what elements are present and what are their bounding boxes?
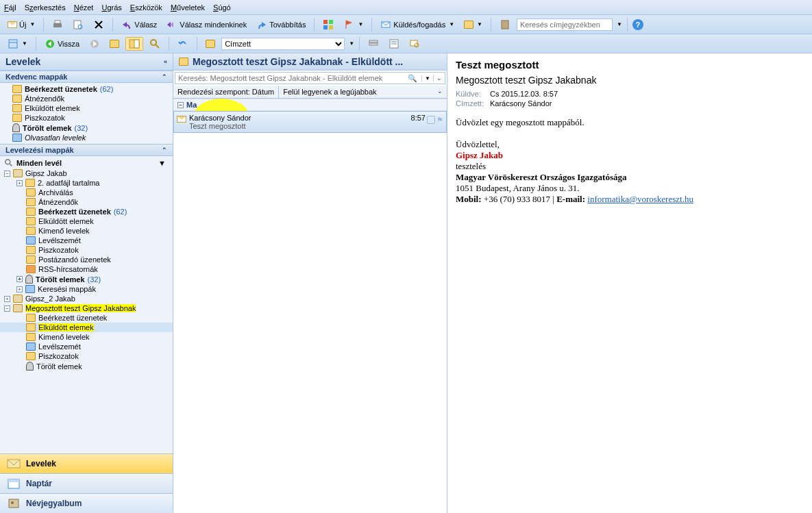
tree-archive[interactable]: Archiválás — [0, 188, 173, 197]
help-icon[interactable]: ? — [632, 19, 643, 30]
folder-title: Megosztott teszt Gipsz Jakabnak - Elküld… — [173, 53, 447, 71]
sort-by[interactable]: Rendezési szempont: Dátum — [173, 86, 279, 98]
print-preview-button[interactable] — [69, 18, 87, 32]
menu-actions[interactable]: Műveletek — [171, 3, 205, 12]
svg-rect-7 — [329, 25, 333, 29]
main-toolbar: Új▼ Válasz Válasz mindenkinek Továbbítás… — [0, 15, 812, 34]
flag-icon[interactable]: ⚑ — [436, 116, 443, 125]
tree-datafile[interactable]: +2. adatfájl tartalma — [0, 178, 173, 188]
mailfolders-header[interactable]: Levelezési mappák⌃ — [0, 144, 173, 156]
followup-button[interactable]: ▼ — [340, 18, 367, 32]
addressbook-search-input[interactable] — [517, 18, 613, 31]
forward-nav-button[interactable] — [86, 37, 103, 51]
fav-deleted[interactable]: Törölt elemek (32) — [0, 123, 173, 133]
tree-inbox[interactable]: Beérkezett üzenetek (62) — [0, 207, 173, 216]
nav-mail[interactable]: Levelek — [0, 453, 173, 473]
folder-search-input[interactable] — [175, 73, 405, 84]
menu-bar: Fájl Szerkesztés Nézet Ugrás Eszközök Mű… — [0, 0, 812, 15]
svg-rect-6 — [323, 25, 328, 29]
svg-rect-15 — [134, 40, 139, 48]
shared-junk[interactable]: Levélszemét — [0, 342, 173, 351]
shared-deleted[interactable]: Törölt elemek — [0, 361, 173, 371]
new-button[interactable]: Új▼ — [4, 19, 38, 30]
collapse-icon[interactable]: « — [164, 58, 167, 65]
views-button[interactable]: ▼ — [4, 37, 31, 51]
fav-review[interactable]: Átnézendők — [0, 94, 173, 103]
favorites-header[interactable]: Kedvenc mappák⌃ — [0, 71, 173, 83]
menu-tools[interactable]: Eszközök — [130, 3, 162, 12]
tree-deleted[interactable]: +Törölt elemek (32) — [0, 274, 173, 284]
message-row[interactable]: Karácsony Sándor Teszt megosztott 8:57 ⚑ — [173, 111, 447, 133]
menu-help[interactable]: Súgó — [213, 3, 231, 12]
shared-outbox[interactable]: Kimenő levelek — [0, 332, 173, 342]
svg-rect-9 — [502, 21, 508, 29]
shared-inbox[interactable]: Beérkezett üzenetek — [0, 313, 173, 323]
all-mail-row[interactable]: Minden levél▼ — [0, 158, 173, 168]
mail-icon — [177, 116, 186, 123]
tree-junk[interactable]: Levélszemét — [0, 236, 173, 245]
svg-rect-5 — [329, 20, 333, 24]
rules-button[interactable] — [202, 38, 219, 49]
nav-calendar[interactable]: Naptár — [0, 473, 173, 493]
autopreview-button[interactable] — [385, 37, 403, 51]
tree-root-gipsz2[interactable]: +Gipsz_2 Jakab — [0, 294, 173, 303]
reading-sent: Küldve:Cs 2015.12.03. 8:57 — [456, 90, 804, 98]
search-dropdown[interactable]: ▼ — [617, 21, 622, 27]
tree-outbox[interactable]: Kimenő levelek — [0, 226, 173, 236]
reading-pane-button[interactable] — [125, 37, 143, 51]
categories-button[interactable] — [319, 18, 337, 32]
nav-pane-header: Levelek« — [0, 53, 173, 71]
fav-drafts[interactable]: Piszkozatok — [0, 113, 173, 123]
svg-rect-18 — [369, 40, 378, 42]
tree-root-shared[interactable]: −Megosztott teszt Gipsz Jakabnak — [0, 303, 173, 313]
folder-tree: Minden levél▼ −Gipsz Jakab +2. adatfájl … — [0, 156, 173, 453]
tree-drafts[interactable]: Piszkozatok — [0, 245, 173, 255]
svg-rect-4 — [323, 20, 328, 24]
back-button[interactable]: Vissza — [41, 37, 83, 51]
find-button[interactable] — [146, 37, 164, 51]
group-button[interactable] — [365, 37, 382, 51]
tree-root-gipsz[interactable]: −Gipsz Jakab — [0, 168, 173, 178]
reading-pane: Teszt megosztott Megosztott teszt Gipsz … — [447, 53, 812, 513]
forward-button[interactable]: Továbbítás — [253, 18, 309, 32]
reply-button[interactable]: Válasz — [118, 18, 160, 32]
tree-sent[interactable]: Elküldött elemek — [0, 216, 173, 226]
tree-search[interactable]: +Keresési mappák — [0, 284, 173, 294]
menu-file[interactable]: Fájl — [4, 3, 16, 12]
svg-rect-1 — [55, 21, 60, 23]
delete-button[interactable] — [90, 18, 108, 32]
sort-order[interactable]: Felül legyenek a legújabbak⌄ — [279, 86, 447, 98]
shared-drafts[interactable]: Piszkozatok — [0, 351, 173, 361]
fav-sent[interactable]: Elküldött elemek — [0, 103, 173, 113]
sort-bar: Rendezési szempont: Dátum Felül legyenek… — [173, 86, 447, 99]
menu-edit[interactable]: Szerkesztés — [25, 3, 66, 12]
send-receive-button[interactable]: Küldés/fogadás▼ — [377, 18, 458, 32]
search-options[interactable]: ▼ — [421, 75, 433, 82]
print-button[interactable] — [49, 18, 66, 32]
addressbook-button[interactable] — [496, 18, 514, 32]
svg-line-17 — [156, 45, 159, 48]
search-icon[interactable]: 🔍 — [405, 74, 420, 83]
menu-go[interactable]: Ugrás — [101, 3, 121, 12]
category-icon[interactable] — [427, 116, 435, 124]
up-button[interactable] — [106, 38, 123, 49]
fav-inbox[interactable]: Beérkezett üzenetek (62) — [0, 84, 173, 94]
reply-all-button[interactable]: Válasz mindenkinek — [163, 18, 250, 32]
email-link[interactable]: informatika@voroskereszt.hu — [587, 194, 693, 204]
menu-view[interactable]: Nézet — [74, 3, 94, 12]
fav-unread[interactable]: Olvasatlan levelek — [0, 133, 173, 142]
tree-rss[interactable]: RSS-hírcsatornák — [0, 264, 173, 274]
search-button[interactable] — [406, 37, 423, 51]
undo-button[interactable] — [174, 37, 192, 51]
tree-review[interactable]: Átnézendők — [0, 197, 173, 207]
svg-rect-0 — [53, 23, 62, 27]
field-select[interactable]: Címzett — [221, 38, 345, 50]
search-bar: 🔍 ▼ ⌄ — [175, 72, 445, 84]
folder-up-icon — [110, 40, 119, 48]
move-button[interactable]: ▼ — [460, 19, 486, 30]
tree-tosend[interactable]: Postázandó üzenetek — [0, 255, 173, 264]
nav-contacts[interactable]: Névjegyalbum — [0, 493, 173, 513]
shared-sent[interactable]: Elküldött elemek — [0, 323, 173, 332]
svg-line-26 — [10, 164, 12, 166]
search-expand[interactable]: ⌄ — [433, 75, 445, 82]
